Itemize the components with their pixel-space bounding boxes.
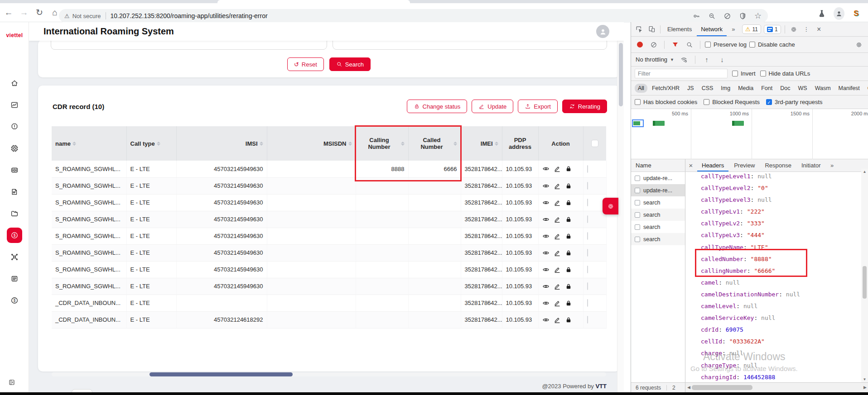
url-text[interactable]: 10.207.252.135:8200/roaming-app/utilitie… xyxy=(111,12,268,19)
import-har-icon[interactable]: ↑ xyxy=(701,54,713,65)
profile-icon[interactable] xyxy=(834,8,844,19)
chip-ws[interactable]: WS xyxy=(795,84,810,93)
row-checkbox[interactable] xyxy=(587,182,588,190)
column-header-imsi[interactable]: IMSI xyxy=(176,126,267,161)
messages-badge[interactable]: 1 xyxy=(764,25,781,34)
row-checkbox[interactable] xyxy=(587,299,588,307)
filter-input[interactable] xyxy=(635,69,728,78)
row-checkbox[interactable] xyxy=(587,199,588,206)
close-detail-icon[interactable]: × xyxy=(685,162,696,169)
disable-cache-checkbox[interactable]: Disable cache xyxy=(749,41,795,48)
panel-tab-preview[interactable]: Preview xyxy=(729,159,759,172)
rerating-button[interactable]: Rerating xyxy=(562,100,607,113)
edit-icon[interactable] xyxy=(554,266,561,273)
refresh-button[interactable]: ↻ xyxy=(33,6,46,19)
hide-data-urls-checkbox[interactable]: Hide data URLs xyxy=(760,70,810,77)
sidebar-item-dollar-circle[interactable]: $ xyxy=(7,293,22,308)
view-icon[interactable] xyxy=(542,216,550,223)
detail-hscrollbar[interactable]: ◀ ▶ xyxy=(685,382,868,392)
sidebar-item-note[interactable] xyxy=(7,184,22,200)
forward-button[interactable]: → xyxy=(17,6,31,19)
sort-icon[interactable] xyxy=(495,142,498,146)
has-blocked-cookies-checkbox[interactable]: Has blocked cookies xyxy=(635,99,697,105)
panel-tab-response[interactable]: Response xyxy=(760,159,796,172)
lock-icon[interactable] xyxy=(565,199,572,206)
panel-more-tabs-icon[interactable]: » xyxy=(826,160,838,171)
panel-tab-initiator[interactable]: Initiator xyxy=(797,159,825,172)
request-row[interactable]: search xyxy=(631,209,685,221)
chip-css[interactable]: CSS xyxy=(699,84,717,93)
sidebar-item-alert[interactable] xyxy=(7,119,22,134)
scroll-up-icon[interactable]: ▲ xyxy=(861,170,868,174)
row-checkbox[interactable] xyxy=(587,316,588,324)
edit-icon[interactable] xyxy=(554,165,561,172)
lock-icon[interactable] xyxy=(565,266,572,273)
sidebar-item-chart[interactable] xyxy=(7,97,22,113)
view-icon[interactable] xyxy=(542,316,550,324)
tab-network[interactable]: Network xyxy=(697,22,727,37)
inspect-icon[interactable] xyxy=(633,24,645,35)
address-bar[interactable]: ⚠ Not secure 10.207.252.135:8200/roaming… xyxy=(59,9,768,23)
chip-all[interactable]: All xyxy=(635,84,647,93)
sidebar-item-wallet-chat[interactable] xyxy=(7,162,22,178)
sidebar-item-dollar[interactable]: $ xyxy=(7,228,22,243)
panel-tab-headers[interactable]: Headers xyxy=(697,159,728,172)
tab-elements[interactable]: Elements xyxy=(663,22,696,37)
edit-icon[interactable] xyxy=(554,316,561,324)
zoom-out-icon[interactable] xyxy=(707,11,716,20)
row-checkbox[interactable] xyxy=(587,232,588,240)
request-row[interactable]: update-re... xyxy=(631,184,685,196)
row-checkbox[interactable] xyxy=(587,282,588,290)
edit-icon[interactable] xyxy=(554,216,561,223)
filter-icon[interactable] xyxy=(669,39,681,50)
column-header-call-type[interactable]: Call type xyxy=(126,126,176,161)
column-header-calling-number[interactable]: Calling Number xyxy=(356,126,408,161)
detail-vscrollbar[interactable]: ▲ ▼ xyxy=(861,169,868,382)
chip-doc[interactable]: Doc xyxy=(777,84,793,93)
devtools-menu-icon[interactable]: ⋮ xyxy=(800,24,812,35)
request-checkbox[interactable] xyxy=(635,224,640,230)
column-header-select[interactable] xyxy=(583,126,606,161)
chip-other[interactable]: Other xyxy=(864,84,868,93)
scroll-down-icon[interactable]: ▼ xyxy=(861,377,868,381)
lock-icon[interactable] xyxy=(565,216,572,223)
scroll-left-icon[interactable]: ◀ xyxy=(687,385,690,390)
timeline-bar[interactable] xyxy=(732,121,744,126)
search-input-2[interactable] xyxy=(333,40,607,50)
network-timeline[interactable]: 500 ms1000 ms1500 ms2000 ms xyxy=(631,109,868,159)
flask-icon[interactable] xyxy=(816,8,827,19)
request-checkbox[interactable] xyxy=(635,188,640,193)
edit-icon[interactable] xyxy=(554,300,561,307)
table-hscrollbar[interactable] xyxy=(52,372,606,376)
view-icon[interactable] xyxy=(542,199,550,206)
devtools-settings-icon[interactable] xyxy=(788,24,800,35)
s-extension-icon[interactable]: S xyxy=(851,8,862,19)
lock-icon[interactable] xyxy=(565,233,572,240)
back-button[interactable]: ← xyxy=(2,6,15,19)
edit-icon[interactable] xyxy=(554,249,561,257)
request-checkbox[interactable] xyxy=(635,212,640,218)
reset-button[interactable]: ↺Reset xyxy=(287,57,324,71)
timeline-bar[interactable] xyxy=(653,121,665,126)
edit-icon[interactable] xyxy=(554,233,561,240)
request-checkbox[interactable] xyxy=(635,237,640,242)
search-network-icon[interactable] xyxy=(684,39,695,50)
devtools-close-icon[interactable]: × xyxy=(813,24,825,35)
export-har-icon[interactable]: ↓ xyxy=(716,54,728,65)
detail-hscrollbar-thumb[interactable] xyxy=(692,385,752,390)
select-all-checkbox[interactable] xyxy=(591,140,598,147)
blocked-icon[interactable] xyxy=(723,11,732,20)
view-icon[interactable] xyxy=(542,249,550,257)
sort-icon[interactable] xyxy=(72,142,76,146)
request-checkbox[interactable] xyxy=(635,176,640,181)
lock-icon[interactable] xyxy=(565,165,572,172)
scroll-right-icon[interactable]: ▶ xyxy=(863,385,867,390)
row-checkbox[interactable] xyxy=(587,165,588,173)
sort-icon[interactable] xyxy=(157,142,160,146)
chip-wasm[interactable]: Wasm xyxy=(812,84,834,93)
edit-icon[interactable] xyxy=(554,199,561,206)
network-conditions-icon[interactable] xyxy=(678,54,690,65)
view-icon[interactable] xyxy=(542,233,550,240)
name-column-header[interactable]: Name xyxy=(631,159,685,172)
invert-checkbox[interactable]: Invert xyxy=(732,70,756,77)
